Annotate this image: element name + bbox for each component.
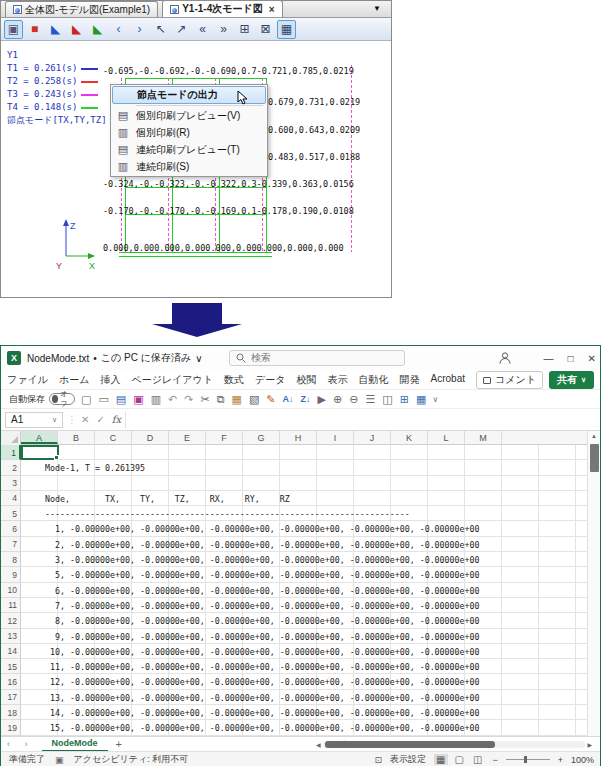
cancel-entry-icon[interactable]: ✕ [81, 414, 89, 425]
paste-special-icon[interactable]: ▧ [249, 394, 259, 405]
cut-icon[interactable]: ✂ [200, 394, 209, 405]
ribbon-tab-挿入[interactable]: 挿入 [100, 373, 120, 387]
column-header-C[interactable]: C [95, 431, 132, 444]
row-header-17[interactable]: 17 [1, 690, 21, 705]
row-header-16[interactable]: 16 [1, 674, 21, 689]
hscroll-track[interactable] [323, 741, 586, 748]
tab-close-icon[interactable]: × [269, 4, 275, 15]
tab-list-dropdown-icon[interactable]: ▼ [373, 4, 381, 13]
zoom-in-button[interactable]: + [558, 755, 563, 765]
column-header-E[interactable]: E [169, 431, 206, 444]
row-text[interactable]: 10, -0.00000e+00, -0.00000e+00, -0.00000… [45, 647, 480, 657]
row-header-4[interactable]: 4 [1, 491, 21, 506]
column-header-H[interactable]: H [280, 431, 317, 444]
column-header-L[interactable]: L [428, 431, 465, 444]
row-header-9[interactable]: 9 [1, 567, 21, 582]
ribbon-tab-ファイル[interactable]: ファイル [7, 373, 48, 387]
page-break-view-icon[interactable]: ◫ [471, 754, 484, 765]
column-header-I[interactable]: I [317, 431, 354, 444]
zoom-level[interactable]: 100% [571, 755, 594, 765]
row-text[interactable]: Mode-1, T = 0.261395 [45, 463, 145, 473]
dim-left-icon[interactable]: « [193, 20, 212, 39]
vertical-scrollbar[interactable]: ▲ [587, 431, 600, 736]
sheet-tab-nodemode[interactable]: NodeMode [42, 737, 108, 752]
row-header-15[interactable]: 15 [1, 659, 21, 674]
display-settings-label[interactable]: 表示設定 [390, 753, 426, 766]
row-text[interactable]: 1, -0.00000e+00, -0.00000e+00, -0.00000e… [45, 524, 480, 534]
row-header-13[interactable]: 13 [1, 629, 21, 644]
row-text[interactable]: 9, -0.00000e+00, -0.00000e+00, -0.00000e… [45, 632, 480, 642]
pick-node-alt-icon[interactable]: ↗ [172, 20, 191, 39]
form-icon[interactable]: ☰ [365, 394, 375, 405]
row-header-14[interactable]: 14 [1, 644, 21, 659]
maximize-button[interactable]: □ [568, 353, 574, 364]
undo-icon[interactable]: ↶ [168, 394, 177, 405]
sheet-nav-arrows[interactable]: ‹ › [7, 739, 34, 749]
row-header-7[interactable]: 7 [1, 537, 21, 552]
ribbon-tab-ページレイアウト[interactable]: ページレイアウト [131, 373, 213, 387]
hscroll-thumb[interactable] [325, 741, 495, 748]
row-text[interactable]: 7, -0.00000e+00, -0.00000e+00, -0.00000e… [45, 601, 480, 611]
column-header-J[interactable]: J [354, 431, 391, 444]
scroll-left-icon[interactable]: ◀ [316, 741, 321, 748]
ribbon-tab-自動化[interactable]: 自動化 [359, 373, 389, 387]
normal-view-icon[interactable]: ▦ [434, 754, 447, 765]
minimize-button[interactable]: — [544, 353, 554, 364]
row-header-2[interactable]: 2 [1, 460, 21, 475]
column-header-M[interactable]: M [465, 431, 502, 444]
ribbon-tab-校閲[interactable]: 校閲 [297, 373, 317, 387]
horizontal-scrollbar[interactable]: ◀ ▶ [316, 740, 592, 749]
row-text[interactable]: 8, -0.00000e+00, -0.00000e+00, -0.00000e… [45, 616, 480, 626]
formula-input[interactable] [125, 412, 596, 428]
column-header-F[interactable]: F [206, 431, 243, 444]
mode-values-icon[interactable]: ▦ [277, 20, 296, 39]
page-layout-view-icon[interactable]: ▢ [453, 754, 466, 765]
row-text[interactable]: 14, -0.00000e+00, -0.00000e+00, -0.00000… [45, 708, 480, 718]
confirm-entry-icon[interactable]: ✓ [96, 414, 104, 425]
ribbon-tab-数式[interactable]: 数式 [224, 373, 244, 387]
row-text[interactable]: 2, -0.00000e+00, -0.00000e+00, -0.00000e… [45, 540, 480, 550]
graph-yz-icon[interactable]: ◣ [88, 20, 107, 39]
sort-desc-icon[interactable]: Z↓ [301, 395, 311, 404]
node-number-icon[interactable]: ⊞ [235, 20, 254, 39]
copy-icon[interactable]: ⧉ [217, 394, 225, 405]
scroll-right-icon[interactable]: ▶ [587, 741, 592, 748]
new-file-icon[interactable]: ▢ [81, 394, 91, 405]
ribbon-tab-開発[interactable]: 開発 [400, 373, 420, 387]
row-text[interactable]: 11, -0.00000e+00, -0.00000e+00, -0.00000… [45, 662, 480, 672]
display-settings-icon[interactable]: ⊡ [375, 755, 383, 765]
row-text[interactable]: 15, -0.00000e+00, -0.00000e+00, -0.00000… [45, 723, 480, 733]
screen-display-icon[interactable]: ■ [25, 20, 44, 39]
zoom-slider[interactable] [506, 759, 550, 760]
redo-icon[interactable]: ↷ [184, 394, 193, 405]
menu-item-continuous-print[interactable]: ▥連続印刷(S) [112, 158, 266, 175]
accessibility-status[interactable]: アクセシビリティ: 利用不可 [74, 753, 189, 766]
file-title[interactable]: NodeMode.txt • この PC に保存済み ∨ [27, 351, 203, 365]
row-header-19[interactable]: 19 [1, 720, 21, 735]
toolbar-overflow-icon[interactable]: ∨ [432, 395, 438, 404]
row-text[interactable]: 5, -0.00000e+00, -0.00000e+00, -0.00000e… [45, 570, 480, 580]
ribbon-tab-Acrobat[interactable]: Acrobat [431, 373, 465, 387]
scroll-up-icon[interactable]: ▲ [588, 431, 600, 439]
tab-mode-figure[interactable]: Y1-1-4次モード図 × [162, 0, 282, 17]
menu-item-individual-print-preview[interactable]: ▤個別印刷プレビュー(V) [112, 107, 266, 124]
search-input[interactable]: 検索 [229, 350, 405, 366]
insert-function-icon[interactable]: fx [112, 414, 121, 425]
row-header-18[interactable]: 18 [1, 705, 21, 720]
ribbon-tab-表示[interactable]: 表示 [328, 373, 348, 387]
select-all-corner[interactable] [1, 431, 21, 445]
open-icon[interactable]: ▭ [98, 394, 108, 405]
prev-mode-icon[interactable]: ‹ [109, 20, 128, 39]
add-sheet-button[interactable]: + [116, 738, 122, 750]
member-number-icon[interactable]: ⊠ [256, 20, 275, 39]
borders-icon[interactable]: ⊞ [400, 394, 409, 405]
menu-item-continuous-print-preview[interactable]: ▤連続印刷プレビュー(T) [112, 141, 266, 158]
row-header-8[interactable]: 8 [1, 552, 21, 567]
freeze-icon[interactable]: ◫ [382, 394, 392, 405]
paste-icon[interactable]: ▦ [232, 394, 242, 405]
graph-xy-icon[interactable]: ◣ [46, 20, 65, 39]
column-header-A[interactable]: A [21, 431, 58, 444]
dim-right-icon[interactable]: » [214, 20, 233, 39]
row-header-11[interactable]: 11 [1, 598, 21, 613]
vscroll-thumb[interactable] [590, 444, 599, 472]
